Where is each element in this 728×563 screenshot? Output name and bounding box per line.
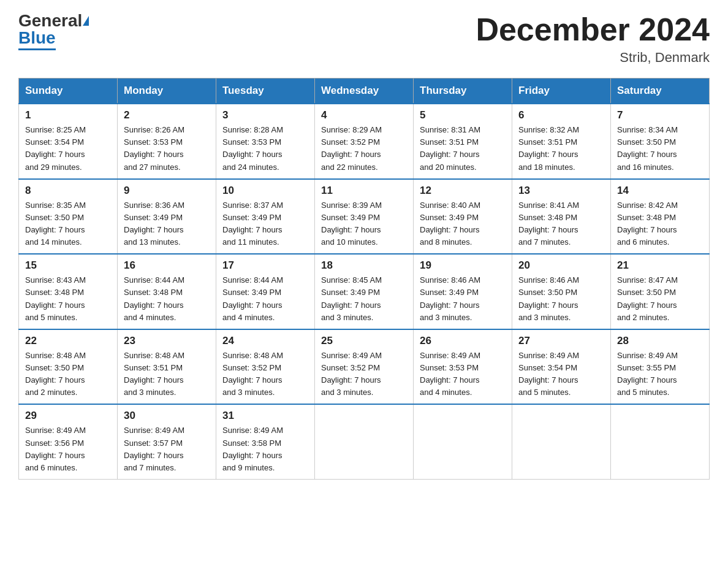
day-info: Sunrise: 8:42 AMSunset: 3:48 PMDaylight:… (617, 199, 703, 249)
calendar-cell: 9Sunrise: 8:36 AMSunset: 3:49 PMDaylight… (118, 179, 216, 255)
day-info: Sunrise: 8:48 AMSunset: 3:52 PMDaylight:… (222, 350, 308, 399)
col-header-monday: Monday (118, 79, 216, 104)
col-header-wednesday: Wednesday (315, 79, 414, 104)
calendar-cell: 7Sunrise: 8:34 AMSunset: 3:50 PMDaylight… (611, 104, 710, 179)
day-number: 11 (321, 185, 407, 197)
calendar-cell: 28Sunrise: 8:49 AMSunset: 3:55 PMDayligh… (611, 329, 710, 405)
day-info: Sunrise: 8:43 AMSunset: 3:48 PMDaylight:… (25, 274, 111, 324)
day-info: Sunrise: 8:34 AMSunset: 3:50 PMDaylight:… (617, 124, 703, 174)
day-info: Sunrise: 8:40 AMSunset: 3:49 PMDaylight:… (420, 199, 506, 249)
calendar-cell: 3Sunrise: 8:28 AMSunset: 3:53 PMDaylight… (216, 104, 315, 179)
day-info: Sunrise: 8:46 AMSunset: 3:50 PMDaylight:… (518, 274, 604, 324)
day-number: 10 (222, 185, 308, 197)
calendar-cell: 13Sunrise: 8:41 AMSunset: 3:48 PMDayligh… (512, 179, 611, 255)
calendar-cell: 1Sunrise: 8:25 AMSunset: 3:54 PMDaylight… (19, 104, 118, 179)
calendar-cell: 20Sunrise: 8:46 AMSunset: 3:50 PMDayligh… (512, 254, 611, 329)
col-header-saturday: Saturday (611, 79, 710, 104)
calendar-header-row: SundayMondayTuesdayWednesdayThursdayFrid… (19, 79, 710, 104)
calendar-table: SundayMondayTuesdayWednesdayThursdayFrid… (18, 78, 710, 480)
day-number: 1 (25, 109, 111, 121)
calendar-cell: 26Sunrise: 8:49 AMSunset: 3:53 PMDayligh… (414, 329, 512, 405)
day-info: Sunrise: 8:49 AMSunset: 3:53 PMDaylight:… (420, 350, 506, 399)
day-number: 15 (25, 259, 111, 272)
calendar-cell: 24Sunrise: 8:48 AMSunset: 3:52 PMDayligh… (216, 329, 315, 405)
calendar-cell: 19Sunrise: 8:46 AMSunset: 3:49 PMDayligh… (414, 254, 512, 329)
calendar-week-row: 29Sunrise: 8:49 AMSunset: 3:56 PMDayligh… (19, 404, 710, 479)
day-number: 18 (321, 259, 407, 272)
calendar-cell: 12Sunrise: 8:40 AMSunset: 3:49 PMDayligh… (414, 179, 512, 255)
day-info: Sunrise: 8:25 AMSunset: 3:54 PMDaylight:… (25, 124, 111, 174)
logo-blue-text: Blue (18, 28, 56, 50)
calendar-cell: 6Sunrise: 8:32 AMSunset: 3:51 PMDaylight… (512, 104, 611, 179)
calendar-cell: 15Sunrise: 8:43 AMSunset: 3:48 PMDayligh… (19, 254, 118, 329)
day-number: 31 (222, 410, 308, 422)
day-number: 9 (124, 185, 210, 197)
day-info: Sunrise: 8:26 AMSunset: 3:53 PMDaylight:… (124, 124, 210, 174)
calendar-cell: 18Sunrise: 8:45 AMSunset: 3:49 PMDayligh… (315, 254, 414, 329)
day-info: Sunrise: 8:48 AMSunset: 3:51 PMDaylight:… (124, 350, 210, 399)
calendar-cell: 23Sunrise: 8:48 AMSunset: 3:51 PMDayligh… (118, 329, 216, 405)
day-info: Sunrise: 8:36 AMSunset: 3:49 PMDaylight:… (124, 199, 210, 249)
day-info: Sunrise: 8:49 AMSunset: 3:58 PMDaylight:… (222, 424, 308, 474)
day-number: 16 (124, 259, 210, 272)
day-number: 4 (321, 109, 407, 121)
day-info: Sunrise: 8:48 AMSunset: 3:50 PMDaylight:… (25, 350, 111, 399)
day-info: Sunrise: 8:28 AMSunset: 3:53 PMDaylight:… (222, 124, 308, 174)
calendar-cell: 31Sunrise: 8:49 AMSunset: 3:58 PMDayligh… (216, 404, 315, 479)
day-number: 20 (518, 259, 604, 272)
day-info: Sunrise: 8:44 AMSunset: 3:49 PMDaylight:… (222, 274, 308, 324)
calendar-cell: 11Sunrise: 8:39 AMSunset: 3:49 PMDayligh… (315, 179, 414, 255)
title-area: December 2024 Strib, Denmark (476, 12, 710, 66)
day-number: 5 (420, 109, 506, 121)
calendar-week-row: 15Sunrise: 8:43 AMSunset: 3:48 PMDayligh… (19, 254, 710, 329)
day-number: 3 (222, 109, 308, 121)
day-info: Sunrise: 8:31 AMSunset: 3:51 PMDaylight:… (420, 124, 506, 174)
day-number: 26 (420, 335, 506, 347)
logo-general-text: General (18, 12, 82, 29)
calendar-cell: 17Sunrise: 8:44 AMSunset: 3:49 PMDayligh… (216, 254, 315, 329)
day-number: 2 (124, 109, 210, 121)
day-number: 14 (617, 185, 703, 197)
day-info: Sunrise: 8:49 AMSunset: 3:54 PMDaylight:… (518, 350, 604, 399)
calendar-cell: 22Sunrise: 8:48 AMSunset: 3:50 PMDayligh… (19, 329, 118, 405)
day-info: Sunrise: 8:45 AMSunset: 3:49 PMDaylight:… (321, 274, 407, 324)
day-info: Sunrise: 8:49 AMSunset: 3:52 PMDaylight:… (321, 350, 407, 399)
day-number: 27 (518, 335, 604, 347)
day-number: 23 (124, 335, 210, 347)
calendar-cell: 14Sunrise: 8:42 AMSunset: 3:48 PMDayligh… (611, 179, 710, 255)
day-info: Sunrise: 8:39 AMSunset: 3:49 PMDaylight:… (321, 199, 407, 249)
logo: General Blue (18, 12, 89, 50)
calendar-cell: 8Sunrise: 8:35 AMSunset: 3:50 PMDaylight… (19, 179, 118, 255)
day-number: 12 (420, 185, 506, 197)
day-number: 17 (222, 259, 308, 272)
day-number: 21 (617, 259, 703, 272)
calendar-cell (611, 404, 710, 479)
calendar-cell: 2Sunrise: 8:26 AMSunset: 3:53 PMDaylight… (118, 104, 216, 179)
day-info: Sunrise: 8:44 AMSunset: 3:48 PMDaylight:… (124, 274, 210, 324)
calendar-cell: 27Sunrise: 8:49 AMSunset: 3:54 PMDayligh… (512, 329, 611, 405)
calendar-cell: 4Sunrise: 8:29 AMSunset: 3:52 PMDaylight… (315, 104, 414, 179)
day-number: 25 (321, 335, 407, 347)
day-info: Sunrise: 8:29 AMSunset: 3:52 PMDaylight:… (321, 124, 407, 174)
day-number: 6 (518, 109, 604, 121)
col-header-sunday: Sunday (19, 79, 118, 104)
col-header-friday: Friday (512, 79, 611, 104)
calendar-week-row: 22Sunrise: 8:48 AMSunset: 3:50 PMDayligh… (19, 329, 710, 405)
logo-triangle-icon (83, 16, 89, 26)
day-info: Sunrise: 8:46 AMSunset: 3:49 PMDaylight:… (420, 274, 506, 324)
calendar-cell (414, 404, 512, 479)
calendar-cell: 30Sunrise: 8:49 AMSunset: 3:57 PMDayligh… (118, 404, 216, 479)
calendar-week-row: 1Sunrise: 8:25 AMSunset: 3:54 PMDaylight… (19, 104, 710, 179)
day-info: Sunrise: 8:32 AMSunset: 3:51 PMDaylight:… (518, 124, 604, 174)
day-number: 22 (25, 335, 111, 347)
calendar-cell (512, 404, 611, 479)
day-info: Sunrise: 8:47 AMSunset: 3:50 PMDaylight:… (617, 274, 703, 324)
day-number: 7 (617, 109, 703, 121)
day-number: 13 (518, 185, 604, 197)
location-text: Strib, Denmark (476, 50, 710, 66)
day-info: Sunrise: 8:35 AMSunset: 3:50 PMDaylight:… (25, 199, 111, 249)
month-title: December 2024 (476, 12, 710, 47)
day-number: 30 (124, 410, 210, 422)
day-info: Sunrise: 8:37 AMSunset: 3:49 PMDaylight:… (222, 199, 308, 249)
col-header-thursday: Thursday (414, 79, 512, 104)
